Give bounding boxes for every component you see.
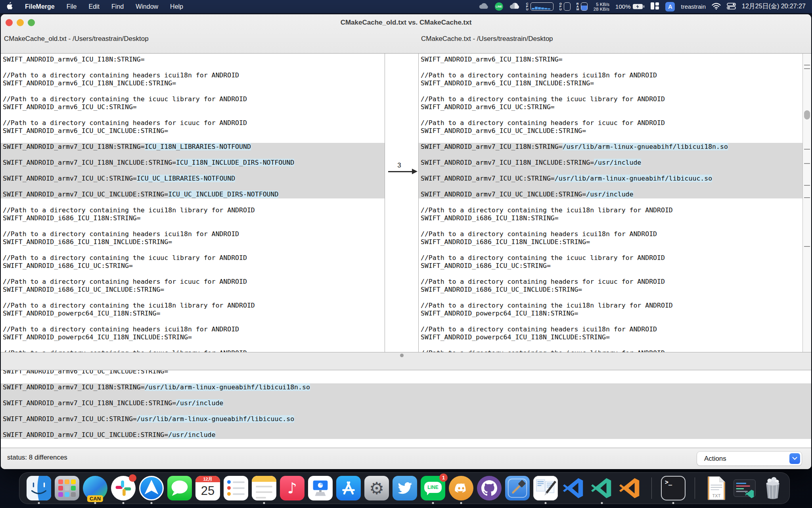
dock-keynote[interactable] bbox=[308, 476, 333, 500]
dock-github[interactable] bbox=[477, 476, 502, 500]
dock-calendar[interactable]: 12月 25 bbox=[195, 476, 220, 500]
vscode-icon bbox=[561, 476, 586, 500]
menu-item[interactable]: Window bbox=[136, 3, 158, 10]
dock-slack[interactable] bbox=[111, 476, 136, 500]
code-line bbox=[419, 167, 802, 175]
line-menu-icon[interactable]: LINE bbox=[495, 2, 503, 11]
code-line bbox=[1, 64, 385, 71]
dock-microsoft-edge[interactable]: CAN bbox=[83, 476, 107, 500]
upload-speed: 5 KB/s bbox=[596, 2, 609, 7]
ram-meter[interactable]: RAM bbox=[576, 2, 588, 11]
status-value: 8 differences bbox=[29, 454, 67, 461]
control-center-icon[interactable] bbox=[727, 3, 736, 11]
pane-divider[interactable] bbox=[1, 352, 811, 370]
code-line: SWIFT_ANDROID_armv7_ICU_UC_INCLUDE:STRIN… bbox=[419, 190, 802, 198]
filemerge-window: CMakeCache_old.txt vs. CMakeCache.txt CM… bbox=[1, 14, 811, 469]
onedrive-icon[interactable] bbox=[509, 2, 520, 11]
line-badge: 1 bbox=[439, 473, 448, 482]
menu-item[interactable]: Find bbox=[111, 3, 124, 10]
window-tiling-icon[interactable] bbox=[651, 2, 659, 11]
dock-line[interactable]: LINE 1 bbox=[421, 476, 445, 500]
input-source-indicator[interactable]: A bbox=[665, 2, 675, 12]
dock-twitter[interactable] bbox=[393, 476, 417, 500]
spark-icon bbox=[139, 476, 164, 500]
dock-notes[interactable] bbox=[252, 476, 276, 500]
code-line bbox=[419, 87, 802, 95]
app-menu-filemerge[interactable]: FileMerge bbox=[25, 3, 55, 10]
minimized-window-thumbnail bbox=[732, 476, 757, 500]
menu-bar-username[interactable]: treastrain bbox=[681, 3, 706, 10]
dock-messages[interactable] bbox=[167, 476, 192, 500]
menu-bar: FileMerge FileEditFindWindowHelp LINE CP… bbox=[0, 0, 812, 13]
code-line: SWIFT_ANDROID_armv7_ICU_UC_INCLUDE:STRIN… bbox=[1, 190, 385, 198]
dock-vscode-exploration[interactable] bbox=[618, 476, 642, 500]
dock-text-file[interactable]: TXT bbox=[704, 476, 729, 500]
dock-discord[interactable] bbox=[449, 476, 473, 500]
code-line bbox=[1, 423, 811, 431]
dock-xcode[interactable] bbox=[505, 476, 530, 500]
dock-minimized-window[interactable] bbox=[732, 476, 757, 500]
battery-indicator[interactable]: 100% bbox=[615, 3, 645, 10]
code-line bbox=[1, 270, 385, 278]
gpu-meter[interactable]: GPU bbox=[559, 2, 571, 11]
dock-separator bbox=[651, 477, 652, 499]
code-line bbox=[1, 222, 385, 230]
menu-item[interactable]: File bbox=[67, 3, 77, 10]
code-line: SWIFT_ANDROID_armv6_ICU_I18N_INCLUDE:STR… bbox=[419, 79, 802, 87]
vscode-insiders-icon bbox=[590, 476, 614, 500]
divider-drag-handle[interactable] bbox=[400, 354, 404, 357]
dock-terminal[interactable]: >_ bbox=[661, 476, 686, 500]
code-line bbox=[1, 341, 385, 349]
code-line: //Path to a directory containing the icu… bbox=[1, 206, 385, 214]
apple-menu-icon[interactable] bbox=[6, 2, 13, 12]
dock-music[interactable] bbox=[280, 476, 304, 500]
dock-spark[interactable] bbox=[139, 476, 164, 500]
twitter-icon bbox=[393, 476, 417, 500]
diff-gutter: 3 bbox=[385, 54, 419, 352]
code-line bbox=[419, 294, 802, 302]
dock-launchpad[interactable] bbox=[55, 476, 79, 500]
diff-tick bbox=[804, 246, 810, 247]
calendar-day: 25 bbox=[195, 482, 220, 500]
network-speed-indicator[interactable]: 5 KB/s 28 KB/s bbox=[594, 2, 609, 12]
code-line: SWIFT_ANDROID_i686_ICU_I18N_INCLUDE:STRI… bbox=[1, 238, 385, 246]
code-line: //Path to a directory containing headers… bbox=[419, 325, 802, 333]
code-line: SWIFT_ANDROID_armv7_ICU_UC_INCLUDE:STRIN… bbox=[1, 431, 811, 439]
dock-vscode-insiders[interactable] bbox=[590, 476, 614, 500]
cloud-sync-icon[interactable] bbox=[479, 2, 489, 11]
diff-tick bbox=[804, 149, 810, 150]
terminal-icon: >_ bbox=[661, 476, 686, 500]
actions-dropdown[interactable]: Actions bbox=[697, 452, 802, 466]
wifi-icon[interactable] bbox=[712, 3, 721, 11]
code-line bbox=[419, 318, 802, 325]
code-line bbox=[419, 135, 802, 143]
dock-finder[interactable] bbox=[27, 476, 51, 500]
dock-system-preferences[interactable] bbox=[364, 476, 389, 500]
diff-scrollbar[interactable] bbox=[802, 54, 811, 352]
dock-trash[interactable] bbox=[760, 476, 785, 500]
actions-label: Actions bbox=[704, 455, 726, 462]
menu-item[interactable]: Edit bbox=[88, 3, 100, 10]
dock-app-store[interactable] bbox=[336, 476, 361, 500]
menu-item[interactable]: Help bbox=[170, 3, 183, 10]
cpu-meter[interactable]: CPU bbox=[526, 2, 553, 11]
code-line bbox=[1, 318, 385, 325]
scrollbar-thumb[interactable] bbox=[804, 110, 810, 119]
download-speed: 28 KB/s bbox=[594, 7, 609, 12]
merged-result-pane[interactable]: SWIFT_ANDROID_armv6_ICU_UC_INCLUDE:STRIN… bbox=[1, 370, 811, 448]
right-file-pane[interactable]: SWIFT_ANDROID_armv6_ICU_I18N:STRING=//Pa… bbox=[419, 54, 802, 352]
diff-number[interactable]: 3 bbox=[385, 162, 414, 169]
dock-reminders[interactable] bbox=[224, 476, 248, 500]
code-line: //Path to a directory containing headers… bbox=[419, 71, 802, 79]
dock-filemerge[interactable] bbox=[533, 476, 558, 500]
code-line: //Path to a directory containing the icu… bbox=[419, 206, 802, 214]
code-line bbox=[1, 294, 385, 302]
left-file-pane[interactable]: SWIFT_ANDROID_armv6_ICU_I18N:STRING=//Pa… bbox=[1, 54, 385, 352]
merge-arrow-head bbox=[412, 169, 417, 174]
dock-vscode[interactable] bbox=[561, 476, 586, 500]
finder-icon bbox=[27, 476, 51, 500]
code-line bbox=[419, 111, 802, 119]
merge-arrow[interactable] bbox=[388, 171, 413, 172]
menu-bar-clock[interactable]: 12月25日(金) 20:27:27 bbox=[742, 2, 806, 11]
code-line: SWIFT_ANDROID_armv7_ICU_I18N:STRING=/usr… bbox=[1, 383, 811, 391]
